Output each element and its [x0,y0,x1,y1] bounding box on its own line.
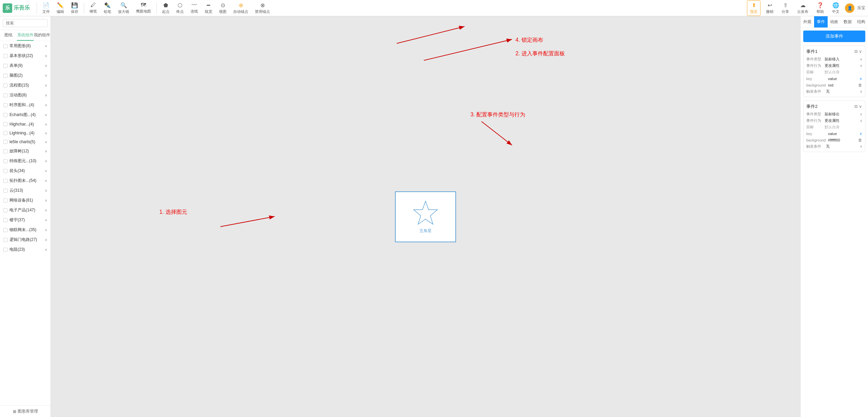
sidebar-item-3[interactable]: 脑图(2) ∨ [0,71,51,80]
event2-kv-add-icon[interactable]: + [860,131,862,136]
event1-copy-icon[interactable]: ⧉ [854,49,857,54]
sidebar-item-label-2: 表单(9) [9,63,23,69]
file-icon: 📄 [43,2,50,8]
sidebar-item-arrow-17: ∨ [45,208,47,212]
sidebar-item-6[interactable]: 时序图和...(4) ∨ [0,100,51,110]
autoanchor-btn[interactable]: ⊕ 自动锚点 [231,1,251,16]
sidebar-item-16[interactable]: 网络设备(81) ∨ [0,195,51,205]
pen-btn[interactable]: ✒️ 铅笔 [101,1,114,16]
sidebar-item-checkbox-18 [3,218,7,222]
zoom-label: 放大镜 [118,9,129,14]
sidebar-item-21[interactable]: 电阻(23) ∨ [0,245,51,254]
sidebar-item-7[interactable]: Echarts图...(4) ∨ [0,110,51,120]
sidebar-item-1[interactable]: 基本形状(22) ∨ [0,51,51,61]
sidebar-item-checkbox-9 [3,131,7,135]
event2-kv-key-header: key [806,132,827,136]
canvas-area[interactable]: 五角星 1. 选择图元 2. 进入事件配置面板 3. 配置事件类型与行为 4. … [51,16,800,417]
sidebar-item-arrow-19: ∨ [45,228,47,232]
user-name: 乐宝 [857,5,865,11]
sidebar-item-11[interactable]: 故障树(12) ∨ [0,146,51,156]
sidebar-item-15[interactable]: 云(313) ∨ [0,186,51,195]
sidebar-item-13[interactable]: 箭头(34) ∨ [0,166,51,176]
tab-数据[interactable]: 数据 [841,16,854,27]
share-btn[interactable]: ⇧ 分享 [779,1,792,16]
event2-expand-icon[interactable]: ∨ [859,104,862,109]
user-avatar[interactable]: 👤 [845,3,854,13]
tab-mine[interactable]: 我的组件 [34,30,51,41]
logo[interactable]: 乐 乐吾乐 [3,3,30,13]
event1-bg-row: background red 🗑 [806,83,862,88]
annotation1: 1. 选择图元 [159,209,187,216]
file-btn[interactable]: 📄 文件 [40,1,53,16]
divider2 [84,3,84,14]
shape-label: 五角星 [419,228,432,234]
tab-动效[interactable]: 动效 [828,16,841,27]
cloudsave-btn[interactable]: ☁ 云发布 [794,1,811,16]
event1-kv-add-icon[interactable]: + [860,76,862,81]
sidebar-item-left-6: 时序图和...(4) [3,102,34,108]
event1-actions: ⧉ ∨ [854,49,862,54]
sidebar-item-20[interactable]: 逻辑门电路(27) ∨ [0,235,51,245]
sidebar-footer[interactable]: ⊞ 图形库管理 [0,405,51,417]
tab-drawing[interactable]: 图纸 [0,30,17,41]
sidebar-item-10[interactable]: le5le charts(5) ∨ [0,137,51,146]
sidebar-item-arrow-2: ∨ [45,64,47,68]
tab-system[interactable]: 系统组件 [17,30,34,41]
linewidth-btn[interactable]: ━ 线宽 [202,1,215,16]
sidebar-item-label-18: 楼宇(37) [9,217,25,223]
sidebar-item-0[interactable]: 常用图形(8) ∨ [0,41,51,51]
tab-结构[interactable]: 结构 [854,16,868,27]
sidebar-item-checkbox-20 [3,238,7,242]
end-btn[interactable]: ⬡ 终点 [174,1,186,16]
sidebar-item-17[interactable]: 电子产品(147) ∨ [0,205,51,215]
sidebar-item-12[interactable]: 特殊图元...(10) ∨ [0,156,51,166]
search-input[interactable] [3,19,48,27]
help-label: 帮助 [816,9,824,14]
sidebar-item-9[interactable]: Lightning...(4) ∨ [0,129,51,137]
preview-btn[interactable]: ⬆ 预览 [747,0,761,16]
disableanchor-btn[interactable]: ⊗ 禁用锚点 [252,1,273,16]
edit-btn[interactable]: ✏️ 编辑 [54,1,67,16]
tab-外观[interactable]: 外观 [801,16,814,27]
sidebar-item-arrow-8: ∨ [45,122,47,126]
sidebar-item-14[interactable]: 拓扑图未...(54) ∨ [0,176,51,186]
sidebar-item-label-4: 流程图(15) [9,82,29,88]
sidebar-item-label-3: 脑图(2) [9,73,23,78]
view-btn[interactable]: ⊙ 视图 [216,1,229,16]
canvas-shape[interactable]: 五角星 [395,191,456,242]
birdview-btn[interactable]: 🗺 鹰眼地图 [133,1,154,15]
tab-事件[interactable]: 事件 [814,16,828,27]
sidebar-item-left-18: 楼宇(37) [3,217,25,223]
start-btn[interactable]: ⬟ 起点 [159,1,172,16]
sidebar-item-8[interactable]: Highchar...(4) ∨ [0,120,51,129]
annotation4: 4. 锁定画布 [515,37,543,44]
sidebar-item-checkbox-8 [3,122,7,126]
zoom-btn[interactable]: 🔍 放大镜 [115,1,132,16]
undo-btn[interactable]: ↩ 撤销 [763,1,776,16]
save-btn[interactable]: 💾 保存 [68,1,81,16]
event2-copy-icon[interactable]: ⧉ [854,104,857,109]
sidebar-item-arrow-13: ∨ [45,169,47,173]
event1-delete-icon[interactable]: ∨ [859,49,862,54]
help-btn[interactable]: ❓ 帮助 [814,1,827,16]
sidebar-item-5[interactable]: 活动图(8) ∨ [0,90,51,100]
event2-bg-delete-icon[interactable]: 🗑 [858,138,862,143]
sidebar-item-label-10: le5le charts(5) [9,139,35,144]
sidebar-item-18[interactable]: 楼宇(37) ∨ [0,215,51,225]
sidebar-item-left-13: 箭头(34) [3,168,25,174]
event1-trigger-row: 触发条件 无 ∨ [806,89,862,94]
lang-btn[interactable]: 🌐 中文 [829,1,842,16]
event1-bg-delete-icon[interactable]: 🗑 [858,83,862,88]
sidebar-item-2[interactable]: 表单(9) ∨ [0,61,51,71]
line-btn[interactable]: 〰 连线 [188,1,201,15]
sidebar-item-label-17: 电子产品(147) [9,207,35,213]
pencil-btn[interactable]: 🖊 钢笔 [87,1,100,15]
sidebar-item-19[interactable]: 物联网未...(35) ∨ [0,225,51,235]
sidebar-item-left-1: 基本形状(22) [3,53,33,59]
event1-trigger-arrow: ∨ [860,90,862,93]
event2-card: 事件2 ⧉ ∨ 事件类型 鼠标移出 ∨ 事件行为 更改属性 ∨ [803,100,865,152]
right-panel: 外观事件动效数据结构 添加事件 事件1 ⧉ ∨ 事件类型 鼠标移入 ∨ [800,16,868,417]
sidebar-item-arrow-6: ∨ [45,103,47,107]
sidebar-item-4[interactable]: 流程图(15) ∨ [0,80,51,90]
add-event-button[interactable]: 添加事件 [803,31,865,42]
